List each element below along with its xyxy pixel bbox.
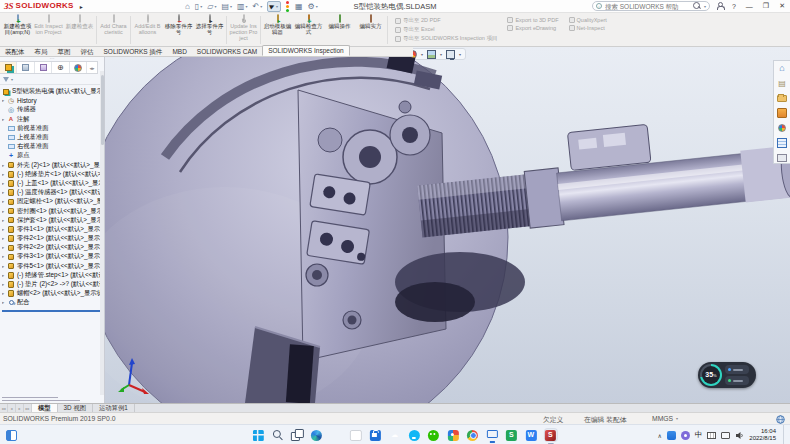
tree-row[interactable]: 零件1<1> (默认<<默认>_显示状态 1 bbox=[2, 225, 104, 234]
ribbon-button-add-characteristic[interactable]: Add Characteristic bbox=[98, 14, 129, 46]
tab-display-manager[interactable] bbox=[70, 62, 87, 73]
tree-row[interactable]: 零件2<2> (默认<<默认>_显示状态 bbox=[2, 243, 104, 252]
tree-row[interactable]: 固定螺栓<1> (默认<<默认>_显示状态 bbox=[2, 197, 104, 206]
view-palette-icon[interactable] bbox=[777, 108, 788, 119]
menu-flyout-icon[interactable]: ▸ bbox=[80, 3, 83, 10]
taskbar-qq-icon[interactable] bbox=[408, 429, 420, 441]
tab-scroll-right-icon[interactable]: ▸ bbox=[16, 404, 24, 412]
ime-indicator[interactable]: 中 bbox=[695, 430, 703, 440]
doc-tab-模型[interactable]: 模型 bbox=[32, 404, 58, 412]
ribbon-button-balloons[interactable]: Add/Edit Balloons bbox=[132, 14, 163, 46]
search-dropdown-icon[interactable]: ▾ bbox=[704, 4, 706, 9]
taskbar-solidworks-icon[interactable]: S bbox=[544, 429, 556, 441]
export-menu-item[interactable]: Export to 3D PDF bbox=[507, 17, 558, 23]
tree-row[interactable]: 配合 bbox=[2, 298, 104, 307]
tab-feature-tree[interactable] bbox=[0, 62, 17, 73]
taskbar-wps-icon[interactable]: S bbox=[505, 429, 517, 441]
ribbon-button-edit-methods[interactable]: 编辑检查方式 bbox=[293, 14, 324, 46]
tree-root[interactable]: S型铠装热电偶 (默认<默认_显示状态-1> bbox=[2, 87, 104, 96]
home-icon[interactable]: ⌂ bbox=[185, 2, 190, 11]
tree-row[interactable]: 零件2<1> (默认<<默认>_显示状态 bbox=[2, 234, 104, 243]
ribbon-button-select-balloons[interactable]: 选择零件序号 bbox=[194, 14, 225, 46]
help-button[interactable]: ? bbox=[730, 3, 738, 10]
close-button[interactable]: ✕ bbox=[777, 2, 787, 10]
clock[interactable]: 16:04 2022/8/15 bbox=[749, 428, 776, 442]
tray-onedrive-icon[interactable] bbox=[667, 431, 676, 440]
export-menu-item[interactable]: QualityXpert bbox=[569, 17, 607, 23]
tree-row[interactable]: 保护套<1> (默认<<默认>_显示状态 bbox=[2, 216, 104, 225]
graphics-viewport[interactable]: ▾ ▾ ▾ ▾ ▾ ▾ ▾ ▾ bbox=[105, 47, 790, 403]
tree-row[interactable]: 外壳 (2)<1> (默认<<默认>_显示状态 bbox=[2, 161, 104, 170]
speaker-icon[interactable] bbox=[735, 431, 744, 440]
file-properties-icon[interactable]: ▦ bbox=[295, 2, 303, 11]
ribbon-button-template-editor[interactable]: 启动模板编辑器 bbox=[262, 14, 293, 46]
tab-草图[interactable]: 草图 bbox=[53, 47, 76, 56]
tab-SOLIDWORKS 插件[interactable]: SOLIDWORKS 插件 bbox=[99, 47, 168, 56]
taskbar-edge-icon[interactable] bbox=[310, 429, 322, 441]
minimize-button[interactable]: — bbox=[744, 3, 755, 10]
tab-strip-scroll-icon[interactable]: ◂▸ bbox=[87, 62, 97, 73]
tree-row[interactable]: (-) 温度传感器<1> (默认<<默认>_显 bbox=[2, 188, 104, 197]
select-tool-icon[interactable]: ▶▾ bbox=[267, 1, 281, 12]
save-icon[interactable]: ▤▾ bbox=[221, 2, 232, 11]
taskbar-wechat-icon[interactable] bbox=[427, 429, 439, 441]
taskbar-explorer-icon[interactable] bbox=[330, 429, 342, 441]
tree-row[interactable]: 零件5<1> (默认<<默认>_显示状态 bbox=[2, 262, 104, 271]
taskbar-remote-icon[interactable] bbox=[486, 429, 498, 441]
doc-tab-运动算例1[interactable]: 运动算例1 bbox=[93, 404, 135, 412]
filter-dropdown-icon[interactable]: ▾ bbox=[11, 77, 13, 82]
open-document-icon[interactable]: ▱▾ bbox=[207, 2, 216, 11]
tree-row[interactable]: (-) 绝缘管.step<1> (默认<<默认>_ bbox=[2, 271, 104, 280]
resources-home-icon[interactable]: ⌂ bbox=[777, 63, 788, 74]
forum-icon[interactable] bbox=[777, 152, 788, 163]
undo-icon[interactable]: ↶▾ bbox=[253, 2, 263, 11]
taskbar-chrome-icon[interactable] bbox=[466, 429, 478, 441]
tab-布局[interactable]: 布局 bbox=[30, 47, 53, 56]
tree-row[interactable]: ◷ History bbox=[2, 96, 104, 105]
touch-keyboard-icon[interactable] bbox=[707, 432, 716, 439]
tray-shield-icon[interactable] bbox=[681, 431, 690, 440]
tab-评估[interactable]: 评估 bbox=[76, 47, 99, 56]
tree-splitter[interactable] bbox=[2, 310, 104, 312]
ribbon-button-remove-balloons[interactable]: 移除零件序号 bbox=[163, 14, 194, 46]
tree-filter[interactable]: ▾ bbox=[0, 74, 104, 85]
taskbar-cloud-icon[interactable]: ☁ bbox=[388, 429, 400, 441]
tab-scroll-left-icon[interactable]: ◂ bbox=[8, 404, 16, 412]
tree-row[interactable]: 上视基准面 bbox=[2, 133, 104, 142]
taskbar-start-icon[interactable] bbox=[252, 429, 264, 441]
file-explorer-pane-icon[interactable] bbox=[777, 93, 788, 104]
tree-row[interactable]: 密封圈<1> (默认<<默认>_显示状态 bbox=[2, 206, 104, 215]
apply-scene-icon[interactable] bbox=[427, 50, 436, 59]
tab-property-manager[interactable] bbox=[17, 62, 34, 73]
show-desktop-button[interactable] bbox=[783, 425, 786, 444]
tree-row[interactable]: (-) 上盖<1> (默认<<默认>_显示状态 bbox=[2, 179, 104, 188]
tree-row[interactable]: (-) 垫片 (2)<2> ->? (默认<<默认>_ bbox=[2, 280, 104, 289]
search-icon[interactable] bbox=[693, 2, 701, 10]
taskbar-taskview-icon[interactable] bbox=[291, 429, 303, 441]
tab-MBD[interactable]: MBD bbox=[167, 47, 191, 56]
tab-装配体[interactable]: 装配体 bbox=[0, 47, 30, 56]
ribbon-button-new-project[interactable]: 新建检查项目(amp;N) bbox=[2, 14, 33, 46]
tree-row[interactable]: 零件3<1> (默认<<默认>_显示状态 bbox=[2, 252, 104, 261]
custom-properties-icon[interactable] bbox=[777, 137, 788, 148]
help-search-box[interactable]: i ▾ bbox=[592, 1, 710, 11]
tree-row[interactable]: ◎ 传感器 bbox=[2, 105, 104, 114]
taskbar-store-icon[interactable] bbox=[369, 429, 381, 441]
export-menu-item[interactable]: 导出至 SOLIDWORKS Inspection 项目 bbox=[395, 35, 497, 42]
export-menu-item[interactable]: Net-Inspect bbox=[569, 25, 607, 31]
view-settings-icon[interactable] bbox=[446, 50, 455, 59]
print-icon[interactable]: ▥▾ bbox=[237, 2, 248, 11]
widgets-icon[interactable] bbox=[6, 430, 17, 441]
units-selector[interactable]: MMGS bbox=[652, 415, 673, 422]
taskbar-search-icon[interactable] bbox=[271, 429, 283, 441]
tab-SOLIDWORKS Inspection[interactable]: SOLIDWORKS Inspection bbox=[262, 45, 350, 56]
tab-dimxpert[interactable]: ⊕ bbox=[52, 62, 69, 73]
recorder-button-1[interactable] bbox=[725, 365, 749, 374]
taskbar-photos-icon[interactable] bbox=[447, 429, 459, 441]
tree-scrollbar[interactable] bbox=[100, 71, 104, 395]
tree-row[interactable]: (-) 绝缘垫片<1> (默认<<默认>_显示 bbox=[2, 170, 104, 179]
screen-recorder-widget[interactable]: 35 % bbox=[698, 362, 756, 388]
ribbon-button-edit-instance[interactable]: 编辑实方 bbox=[355, 14, 386, 46]
globe-icon[interactable] bbox=[776, 415, 785, 424]
taskbar-word-icon[interactable]: W bbox=[525, 429, 537, 441]
